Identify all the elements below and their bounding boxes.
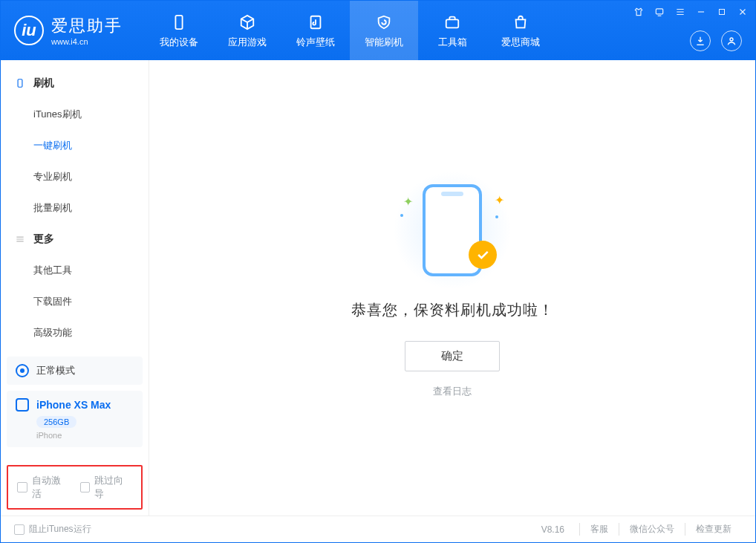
nav-label: 工具箱	[438, 36, 467, 49]
sidebar: 刷机 iTunes刷机 一键刷机 专业刷机 批量刷机 更多 其他工具 下载固件 …	[1, 60, 149, 516]
dot-icon	[400, 214, 403, 217]
nav-my-device[interactable]: 我的设备	[145, 1, 213, 60]
app-title: 爱思助手	[51, 15, 123, 37]
phone-icon	[16, 398, 29, 412]
cube-icon	[237, 12, 258, 33]
sparkle-icon: ✦	[403, 195, 413, 209]
nav-label: 应用游戏	[228, 36, 267, 49]
app-window: iu 爱思助手 www.i4.cn 我的设备 应用游戏 铃声壁纸 智能刷机	[0, 0, 756, 543]
highlighted-options: 自动激活 跳过向导	[7, 465, 143, 510]
device-card[interactable]: iPhone XS Max 256GB iPhone	[7, 391, 143, 447]
skip-guide-checkbox[interactable]: 跳过向导	[80, 474, 133, 501]
nav-label: 铃声壁纸	[296, 36, 335, 49]
list-icon	[14, 233, 26, 245]
refresh-shield-icon	[374, 12, 394, 33]
body: 刷机 iTunes刷机 一键刷机 专业刷机 批量刷机 更多 其他工具 下载固件 …	[1, 60, 755, 516]
svg-point-3	[730, 38, 733, 41]
toolbox-icon	[442, 12, 463, 33]
sidebar-item-itunes-flash[interactable]: iTunes刷机	[1, 99, 149, 130]
checkbox-label: 跳过向导	[94, 474, 132, 501]
feedback-icon[interactable]	[653, 5, 666, 19]
normal-mode-icon	[16, 364, 29, 377]
mode-label: 正常模式	[36, 364, 75, 377]
download-button[interactable]	[690, 30, 711, 51]
nav-smart-flash[interactable]: 智能刷机	[350, 1, 418, 60]
sidebar-group-label: 更多	[33, 233, 54, 246]
close-button[interactable]	[736, 5, 749, 19]
nav-store[interactable]: 爱思商城	[486, 1, 555, 60]
main-content: ✦ ✦ 恭喜您，保资料刷机成功啦！ 确定 查看日志	[149, 60, 755, 516]
checkbox-label: 自动激活	[32, 474, 70, 501]
check-badge-icon	[469, 241, 497, 269]
block-itunes-checkbox[interactable]: 阻止iTunes运行	[14, 523, 91, 536]
shirt-icon[interactable]	[632, 5, 645, 19]
sidebar-item-pro-flash[interactable]: 专业刷机	[1, 161, 149, 192]
nav-toolbox[interactable]: 工具箱	[418, 1, 486, 60]
check-update-link[interactable]: 检查更新	[685, 523, 742, 536]
auto-activate-checkbox[interactable]: 自动激活	[17, 474, 70, 501]
support-link[interactable]: 客服	[579, 523, 619, 536]
menu-icon[interactable]	[674, 5, 687, 19]
sidebar-group-flash[interactable]: 刷机	[1, 68, 149, 99]
phone-icon	[169, 12, 189, 33]
device-icon	[14, 77, 26, 89]
nav-label: 我的设备	[160, 36, 198, 49]
sidebar-item-batch-flash[interactable]: 批量刷机	[1, 192, 149, 224]
sparkle-icon: ✦	[495, 193, 504, 207]
nav-tabs: 我的设备 应用游戏 铃声壁纸 智能刷机 工具箱 爱思商城	[145, 1, 555, 60]
sidebar-group-label: 刷机	[33, 77, 54, 90]
maximize-button[interactable]	[715, 5, 729, 19]
device-name: iPhone XS Max	[36, 399, 111, 411]
nav-apps-games[interactable]: 应用游戏	[213, 1, 281, 60]
svg-rect-2	[446, 19, 459, 27]
ok-button[interactable]: 确定	[405, 341, 500, 371]
user-button[interactable]	[721, 30, 742, 51]
bag-icon	[510, 12, 531, 33]
app-subtitle: www.i4.cn	[51, 37, 123, 46]
logo-icon: iu	[14, 16, 44, 45]
logo-area: iu 爱思助手 www.i4.cn	[1, 15, 136, 46]
svg-rect-6	[18, 79, 22, 88]
dot-icon	[495, 215, 498, 218]
window-controls	[632, 5, 749, 19]
nav-ring-wall[interactable]: 铃声壁纸	[281, 1, 350, 60]
sidebar-item-other-tools[interactable]: 其他工具	[1, 255, 149, 286]
wechat-link[interactable]: 微信公众号	[619, 523, 685, 536]
device-mode-card[interactable]: 正常模式	[7, 357, 143, 385]
sidebar-item-oneclick-flash[interactable]: 一键刷机	[1, 130, 149, 161]
checkbox-label: 阻止iTunes运行	[29, 523, 91, 536]
sidebar-item-advanced[interactable]: 高级功能	[1, 317, 149, 348]
svg-rect-4	[656, 9, 662, 14]
device-type: iPhone	[36, 431, 134, 440]
header: iu 爱思助手 www.i4.cn 我的设备 应用游戏 铃声壁纸 智能刷机	[1, 1, 755, 60]
sidebar-item-download-fw[interactable]: 下载固件	[1, 286, 149, 317]
minimize-button[interactable]	[694, 5, 708, 19]
sidebar-group-more[interactable]: 更多	[1, 224, 149, 255]
music-icon	[305, 12, 326, 33]
nav-label: 爱思商城	[501, 36, 540, 49]
success-message: 恭喜您，保资料刷机成功啦！	[351, 300, 554, 320]
version-label: V8.16	[541, 524, 564, 535]
view-log-link[interactable]: 查看日志	[433, 385, 472, 398]
footer: 阻止iTunes运行 V8.16 客服 微信公众号 检查更新	[1, 516, 755, 542]
svg-rect-0	[175, 16, 182, 29]
nav-label: 智能刷机	[365, 36, 403, 49]
success-illustration: ✦ ✦	[400, 178, 504, 282]
svg-rect-5	[720, 10, 725, 15]
device-capacity: 256GB	[36, 416, 76, 428]
header-actions	[690, 30, 742, 51]
